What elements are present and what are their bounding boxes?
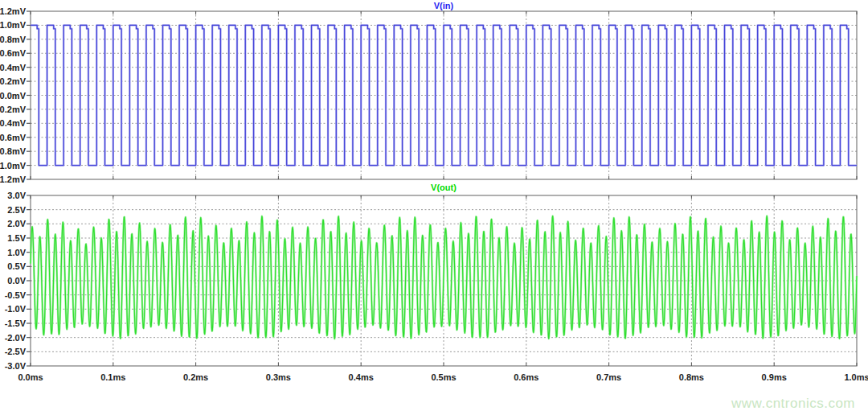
waveform-viewer: V(in) 1.2mV1.0mV0.8mV0.6mV0.4mV0.2mV0.0m… (0, 0, 868, 415)
y-tick-label: 0.0V (7, 276, 26, 286)
y-tick-label: -1.5V (5, 318, 27, 328)
x-tick-label: 0.7ms (596, 372, 621, 382)
y-tick-label: 2.0V (7, 219, 26, 228)
x-tick-label: 0.5ms (431, 372, 456, 382)
y-tick-label: 0.8mV (0, 35, 27, 44)
y-tick-label: 1.5V (7, 233, 26, 243)
y-tick-label: 1.0V (7, 248, 26, 257)
y-tick-label: 0.6mV (0, 48, 27, 58)
y-tick-label: -1.2mV (0, 175, 27, 184)
x-tick-label: 0.8ms (679, 372, 704, 382)
x-tick-label: 0.9ms (762, 372, 787, 382)
y-tick-label: -0.6mV (0, 133, 27, 142)
x-tick-label: 0.4ms (349, 372, 374, 382)
y-tick-label: 0.2mV (0, 76, 27, 86)
plot-svg: V(in) 1.2mV1.0mV0.8mV0.6mV0.4mV0.2mV0.0m… (0, 0, 868, 415)
vin-trace (31, 25, 857, 165)
x-tick-label: 0.2ms (183, 372, 208, 382)
y-tick-label: 1.2mV (0, 6, 27, 16)
vout-pane: 3.0V2.5V2.0V1.5V1.0V0.5V0.0V-0.5V-1.0V-1… (5, 191, 857, 371)
vout-trace (31, 216, 857, 339)
y-tick-label: -2.5V (5, 347, 27, 356)
x-axis-labels: 0.0ms0.1ms0.2ms0.3ms0.4ms0.5ms0.6ms0.7ms… (18, 372, 868, 382)
vout-pane-title: V(out) (431, 183, 457, 192)
y-tick-label: -0.2mV (0, 105, 27, 114)
y-tick-label: 0.4mV (0, 63, 27, 72)
vin-pane-title: V(in) (434, 1, 454, 10)
y-tick-label: -1.0mV (0, 161, 27, 171)
y-tick-label: -0.4mV (0, 118, 27, 128)
y-tick-label: 2.5V (7, 205, 26, 215)
y-tick-label: 3.0V (7, 191, 26, 200)
y-tick-label: -3.0V (5, 361, 27, 371)
vin-pane: 1.2mV1.0mV0.8mV0.6mV0.4mV0.2mV0.0mV-0.2m… (0, 6, 857, 184)
x-tick-label: 0.0ms (18, 372, 43, 382)
y-tick-label: 0.0mV (0, 91, 27, 101)
y-tick-label: 1.0mV (0, 20, 27, 30)
y-tick-label: -1.0V (5, 304, 27, 314)
x-tick-label: 0.6ms (514, 372, 538, 382)
watermark: www.cntronics.com (731, 396, 855, 411)
y-tick-label: -0.5V (5, 290, 27, 300)
x-tick-label: 0.3ms (266, 372, 291, 382)
y-tick-label: -0.8mV (0, 146, 27, 156)
y-tick-label: 0.5V (7, 261, 26, 271)
x-tick-label: 0.1ms (100, 372, 125, 382)
x-tick-label: 1.0ms (844, 372, 868, 382)
y-tick-label: -2.0V (5, 333, 27, 343)
